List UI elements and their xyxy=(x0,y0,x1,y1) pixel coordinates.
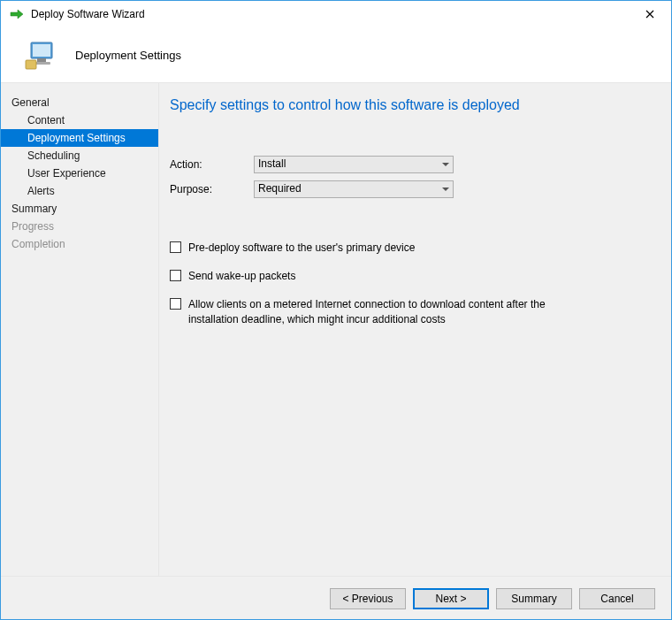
svg-rect-2 xyxy=(37,58,46,62)
sidebar-item-scheduling[interactable]: Scheduling xyxy=(1,147,158,165)
form-row-action: Action: Install xyxy=(170,156,645,173)
cancel-button[interactable]: Cancel xyxy=(579,588,655,609)
action-label: Action: xyxy=(170,158,254,171)
purpose-label: Purpose: xyxy=(170,183,254,195)
checkbox-wakeup-label: Send wake-up packets xyxy=(188,269,295,283)
purpose-select[interactable]: Required xyxy=(254,180,454,198)
sidebar-item-user-experience[interactable]: User Experience xyxy=(1,165,158,182)
checkbox-metered-label: Allow clients on a metered Internet conn… xyxy=(188,297,560,325)
sidebar: General Content Deployment Settings Sche… xyxy=(1,83,158,576)
action-select[interactable]: Install xyxy=(254,156,454,173)
close-button[interactable] xyxy=(632,3,668,26)
checkbox-row-predeploy: Pre-deploy software to the user's primar… xyxy=(170,241,645,255)
main-panel: Specify settings to control how this sof… xyxy=(158,83,671,576)
checkbox-row-wakeup: Send wake-up packets xyxy=(170,269,645,283)
previous-button[interactable]: < Previous xyxy=(330,588,406,609)
content-area: General Content Deployment Settings Sche… xyxy=(1,83,671,576)
checkbox-row-metered: Allow clients on a metered Internet conn… xyxy=(170,297,645,325)
arrow-right-icon xyxy=(10,7,24,21)
sidebar-item-alerts[interactable]: Alerts xyxy=(1,182,158,200)
sidebar-item-content[interactable]: Content xyxy=(1,111,158,129)
checkbox-group: Pre-deploy software to the user's primar… xyxy=(170,241,645,326)
checkbox-metered[interactable] xyxy=(170,298,181,310)
checkbox-predeploy-label: Pre-deploy software to the user's primar… xyxy=(188,241,415,255)
main-heading: Specify settings to control how this sof… xyxy=(170,97,645,113)
summary-button[interactable]: Summary xyxy=(496,588,572,609)
checkbox-wakeup[interactable] xyxy=(170,270,181,281)
sidebar-item-deployment-settings[interactable]: Deployment Settings xyxy=(1,129,158,147)
sidebar-item-general[interactable]: General xyxy=(1,94,158,111)
sidebar-item-progress: Progress xyxy=(1,218,158,235)
computer-deploy-icon xyxy=(24,37,59,73)
svg-rect-4 xyxy=(26,60,36,69)
page-title: Deployment Settings xyxy=(75,49,181,62)
form-row-purpose: Purpose: Required xyxy=(170,180,645,198)
next-button[interactable]: Next > xyxy=(413,588,489,609)
footer: < Previous Next > Summary Cancel xyxy=(1,576,671,620)
window-title: Deploy Software Wizard xyxy=(31,8,632,20)
sidebar-item-summary[interactable]: Summary xyxy=(1,200,158,218)
checkbox-predeploy[interactable] xyxy=(170,241,181,253)
titlebar: Deploy Software Wizard xyxy=(1,1,671,27)
sidebar-item-completion: Completion xyxy=(1,235,158,253)
header: Deployment Settings xyxy=(1,27,671,82)
svg-rect-1 xyxy=(33,44,50,57)
